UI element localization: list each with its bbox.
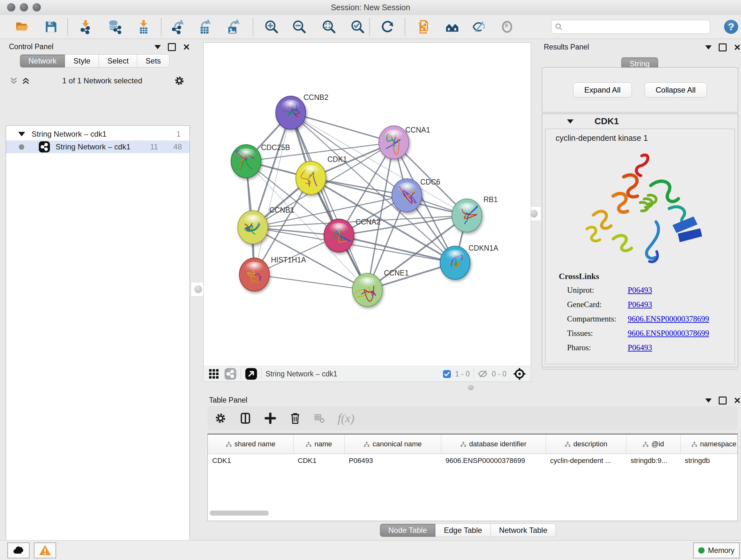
column-header-namespace[interactable]: namespace (680, 435, 738, 454)
network-canvas[interactable]: CCNB2CCNA1CDC25BCDK1CDC6RB1CCNB1CCNA2CDK… (203, 43, 531, 367)
column-header-description[interactable]: description (546, 435, 626, 454)
edge-CCNA2-CDKN1A[interactable] (339, 236, 455, 263)
tree-expand-icon[interactable] (18, 132, 25, 136)
open-in-window-icon[interactable] (245, 368, 258, 380)
add-column-icon[interactable] (264, 412, 276, 424)
close-panel-icon[interactable]: ✕ (734, 44, 741, 51)
panel-menu-icon[interactable] (154, 45, 161, 49)
column-header-name[interactable]: name (293, 435, 344, 454)
function-builder-icon: f(x) (338, 411, 354, 425)
node-CCNE1[interactable] (352, 273, 382, 307)
node-CDC6[interactable] (392, 179, 422, 212)
network-options-gear-icon[interactable] (174, 75, 185, 86)
table-cell[interactable]: P06493 (344, 454, 441, 468)
gene-section-header[interactable]: CDK1 (542, 114, 738, 129)
table-cell[interactable]: 9606.ENSP00000378699 (441, 454, 546, 468)
tab-network-table[interactable]: Network Table (491, 523, 556, 537)
tab-style[interactable]: Style (65, 54, 99, 68)
column-header-shared-name[interactable]: shared name (208, 435, 293, 454)
import-table-button[interactable] (134, 17, 153, 36)
network-row-selected[interactable]: String Network – cdk1 11 48 (6, 140, 190, 153)
new-network-from-selection-button[interactable] (414, 17, 432, 36)
node-CDK1[interactable] (296, 161, 326, 194)
import-network-from-database-button[interactable] (105, 17, 124, 36)
crosslink-link[interactable]: P06493 (628, 343, 652, 352)
node-CCNB2[interactable] (276, 96, 306, 129)
tab-edge-table[interactable]: Edge Table (435, 523, 491, 537)
crosslink-link[interactable]: P06493 (628, 286, 652, 295)
tab-network[interactable]: Network (20, 54, 65, 68)
float-panel-icon[interactable] (719, 396, 727, 405)
export-table-button[interactable] (196, 17, 214, 36)
warnings-button[interactable] (34, 543, 56, 558)
tab-node-table[interactable]: Node Table (380, 523, 435, 537)
panel-menu-icon[interactable] (705, 398, 712, 402)
float-panel-icon[interactable] (168, 43, 176, 51)
toggle-graphics-details-button[interactable] (470, 17, 488, 36)
zoom-in-button[interactable] (262, 17, 281, 36)
expand-all-icon[interactable] (21, 76, 30, 85)
edge-HIST1H1A-CCNE1[interactable] (254, 274, 367, 290)
birdseye-view-icon[interactable] (513, 367, 526, 381)
section-collapse-icon[interactable] (567, 119, 574, 124)
node-RB1[interactable] (452, 199, 482, 232)
node-CCNA2[interactable] (324, 219, 354, 252)
export-image-button[interactable] (224, 17, 243, 36)
save-session-button[interactable] (42, 17, 60, 36)
table-cell[interactable]: cyclin-dependent ... (546, 454, 626, 468)
network-collection-row[interactable]: String Network – cdk1 1 (6, 128, 190, 140)
edge-CDK1-RB1[interactable] (311, 178, 467, 215)
table-row[interactable]: CDK1CDK1P064939606.ENSP00000378699cyclin… (208, 454, 738, 468)
column-header--id[interactable]: @id (626, 435, 680, 454)
memory-button[interactable]: Memory (693, 543, 740, 558)
search-field[interactable] (551, 20, 710, 34)
zoom-selected-button[interactable] (348, 17, 367, 36)
zoom-fit-button[interactable] (320, 17, 338, 36)
node-CCNB1[interactable] (238, 211, 268, 244)
node-CCNA1[interactable] (379, 126, 409, 159)
tab-select[interactable]: Select (99, 54, 137, 68)
grid-view-icon[interactable] (208, 368, 219, 380)
node-HIST1H1A[interactable] (239, 258, 269, 291)
edge-CCNB2-HIST1H1A[interactable] (254, 113, 291, 274)
table-cell[interactable]: CDK1 (208, 454, 293, 468)
apply-layout-button[interactable] (379, 17, 397, 36)
column-header-canonical-name[interactable]: canonical name (344, 435, 441, 454)
table-cell[interactable]: stringdb:9... (626, 454, 680, 468)
export-network-button[interactable] (169, 17, 187, 36)
crosslink-link[interactable]: 9606.ENSP00000378699 (628, 329, 709, 338)
table-cell[interactable]: stringdb (680, 454, 738, 468)
bottom-splitter-handle[interactable] (468, 385, 474, 390)
panel-menu-icon[interactable] (705, 45, 712, 50)
float-panel-icon[interactable] (719, 44, 727, 51)
home-button[interactable] (443, 17, 461, 36)
cloud-button[interactable] (7, 543, 30, 558)
selected-checkbox-icon[interactable] (443, 370, 451, 378)
import-network-button[interactable] (76, 17, 95, 36)
close-panel-icon[interactable]: ✕ (183, 44, 190, 51)
help-button[interactable]: ? (722, 17, 740, 36)
network-graph[interactable]: CCNB2CCNA1CDC25BCDK1CDC6RB1CCNB1CCNA2CDK… (204, 43, 531, 366)
tab-sets[interactable]: Sets (137, 54, 170, 68)
table-settings-gear-icon[interactable] (214, 412, 226, 424)
column-header-database-identifier[interactable]: database identifier (441, 435, 546, 454)
delete-column-icon[interactable] (289, 412, 301, 424)
crosslink-link[interactable]: 9606.ENSP00000378699 (628, 314, 709, 323)
node-CDC25B[interactable] (231, 145, 261, 178)
collapse-all-button[interactable]: Collapse All (645, 82, 707, 98)
edge-CCNB2-CCNA1[interactable] (291, 113, 394, 142)
string-app-icon[interactable] (224, 368, 237, 380)
show-columns-icon[interactable] (239, 412, 252, 424)
close-panel-icon[interactable]: ✕ (734, 397, 741, 404)
node-CDKN1A[interactable] (440, 246, 470, 279)
horizontal-scrollbar-thumb[interactable] (210, 510, 269, 516)
search-input[interactable] (563, 22, 701, 31)
collapse-all-icon[interactable] (9, 76, 18, 85)
open-session-button[interactable] (13, 17, 31, 36)
crosslink-link[interactable]: P06493 (628, 300, 652, 309)
table-cell[interactable]: CDK1 (293, 454, 344, 468)
expand-all-button[interactable]: Expand All (573, 82, 631, 98)
hidden-eye-slash-icon[interactable] (478, 368, 488, 379)
zoom-out-button[interactable] (290, 17, 309, 36)
show-hide-button[interactable] (498, 17, 516, 36)
